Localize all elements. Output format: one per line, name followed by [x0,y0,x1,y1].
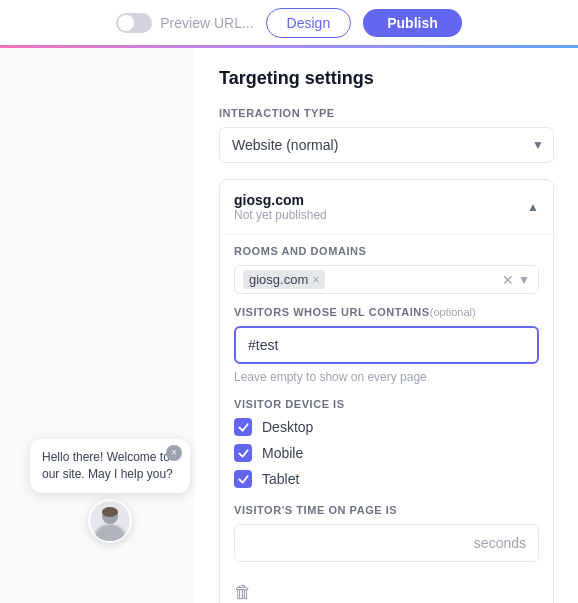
device-label-tablet: Tablet [262,471,299,487]
time-label: VISITOR'S TIME ON PAGE IS [234,504,539,516]
checkbox-tablet-icon [234,470,252,488]
delete-icon[interactable]: 🗑 [234,582,252,603]
tags-row: giosg.com × ✕ ▼ [234,265,539,294]
svg-point-3 [102,507,118,517]
tags-actions: ✕ ▼ [502,272,530,288]
domain-header[interactable]: giosg.com Not yet published ▲ [220,180,553,234]
interaction-type-label: INTERACTION TYPE [219,107,554,119]
checkbox-desktop-icon [234,418,252,436]
domain-chevron-icon: ▲ [527,200,539,214]
tag-value: giosg.com [249,272,308,287]
device-label: VISITOR DEVICE IS [234,398,539,410]
device-label-desktop: Desktop [262,419,313,435]
domain-info: giosg.com Not yet published [234,192,327,222]
chat-avatar [88,499,132,543]
preview-toggle-switch[interactable] [116,13,152,33]
sidebar: × Hello there! Welcome to our site. May … [0,48,195,603]
design-button[interactable]: Design [266,8,352,38]
url-label: VISITORS WHOSE URL CONTAINS(optional) [234,306,539,318]
main-layout: × Hello there! Welcome to our site. May … [0,48,578,603]
tag-remove-button[interactable]: × [312,274,319,286]
domain-section: giosg.com Not yet published ▲ ROOMS AND … [219,179,554,603]
top-nav: Preview URL... Design Publish [0,0,578,48]
domain-body: ROOMS AND DOMAINS giosg.com × ✕ ▼ VISITO… [220,234,553,603]
time-input-wrapper: seconds [234,524,539,562]
page-title: Targeting settings [219,68,554,89]
url-input-wrapper [234,326,539,364]
checkmark-icon [238,448,249,459]
avatar-image [90,501,130,541]
chat-message: Hello there! Welcome to our site. May I … [42,450,173,481]
domain-tag: giosg.com × [243,270,325,289]
device-checkbox-tablet[interactable]: Tablet [234,470,539,488]
time-suffix: seconds [474,535,526,551]
device-checkbox-desktop[interactable]: Desktop [234,418,539,436]
url-hint: Leave empty to show on every page [234,370,539,384]
chat-widget: × Hello there! Welcome to our site. May … [30,439,190,543]
device-checkbox-mobile[interactable]: Mobile [234,444,539,462]
checkmark-icon [238,474,249,485]
chat-bubble: × Hello there! Welcome to our site. May … [30,439,190,493]
interaction-type-select[interactable]: Website (normal) [219,127,554,163]
url-input[interactable] [248,337,525,353]
preview-toggle-area: Preview URL... [116,13,253,33]
interaction-type-select-wrapper: Website (normal) ▼ [219,127,554,163]
preview-url-label: Preview URL... [160,15,253,31]
delete-row: 🗑 [234,578,539,603]
domain-status: Not yet published [234,208,327,222]
chat-close-button[interactable]: × [166,445,182,461]
checkbox-group: Desktop Mobile [234,418,539,488]
checkmark-icon [238,422,249,433]
tags-dropdown-button[interactable]: ▼ [518,273,530,287]
checkbox-mobile-icon [234,444,252,462]
domain-name: giosg.com [234,192,327,208]
publish-button[interactable]: Publish [363,9,462,37]
device-label-mobile: Mobile [262,445,303,461]
url-optional-text: (optional) [430,306,476,318]
url-label-text: VISITORS WHOSE URL CONTAINS [234,306,430,318]
content-area: Targeting settings INTERACTION TYPE Webs… [195,48,578,603]
rooms-label: ROOMS AND DOMAINS [234,245,539,257]
tags-clear-button[interactable]: ✕ [502,272,514,288]
